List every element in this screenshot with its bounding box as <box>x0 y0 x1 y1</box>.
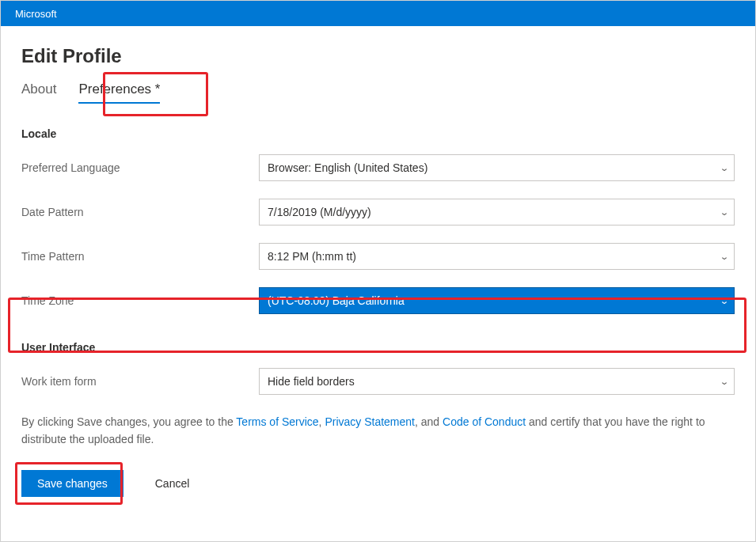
cancel-button[interactable]: Cancel <box>139 470 206 497</box>
tab-preferences[interactable]: Preferences * <box>78 81 160 104</box>
row-work-item-form: Work item form Hide field borders ⌄ <box>21 368 735 395</box>
link-privacy-statement[interactable]: Privacy Statement <box>325 415 415 428</box>
agree-prefix: By clicking Save changes, you agree to t… <box>21 415 236 428</box>
row-time-pattern: Time Pattern 8:12 PM (h:mm tt) ⌄ <box>21 243 735 270</box>
agreement-text: By clicking Save changes, you agree to t… <box>21 414 735 448</box>
topbar: Microsoft <box>1 1 755 26</box>
agree-comma2: , and <box>415 415 443 428</box>
row-date-pattern: Date Pattern 7/18/2019 (M/d/yyyy) ⌄ <box>21 199 735 226</box>
label-time-pattern: Time Pattern <box>21 250 259 263</box>
row-preferred-language: Preferred Language Browser: English (Uni… <box>21 154 735 181</box>
section-heading-ui: User Interface <box>21 341 735 354</box>
select-time-zone[interactable]: (UTC-08:00) Baja California ⌄ <box>259 287 735 314</box>
save-changes-button[interactable]: Save changes <box>21 470 123 497</box>
chevron-down-icon: ⌄ <box>720 377 729 387</box>
label-work-item-form: Work item form <box>21 375 259 388</box>
select-work-item-form[interactable]: Hide field borders ⌄ <box>259 368 735 395</box>
select-date-pattern[interactable]: 7/18/2019 (M/d/yyyy) ⌄ <box>259 199 735 226</box>
tab-about[interactable]: About <box>21 81 56 104</box>
link-terms-of-service[interactable]: Terms of Service <box>236 415 318 428</box>
button-row: Save changes Cancel <box>21 470 735 497</box>
content-area: Edit Profile About Preferences * Locale … <box>1 26 755 497</box>
chevron-down-icon: ⌄ <box>720 296 729 306</box>
brand-label: Microsoft <box>15 8 57 20</box>
select-work-item-form-value: Hide field borders <box>268 375 355 388</box>
label-preferred-language: Preferred Language <box>21 161 259 174</box>
select-preferred-language[interactable]: Browser: English (United States) ⌄ <box>259 154 735 181</box>
row-time-zone: Time Zone (UTC-08:00) Baja California ⌄ <box>21 287 735 314</box>
chevron-down-icon: ⌄ <box>720 207 729 218</box>
label-time-zone: Time Zone <box>21 294 259 307</box>
tab-row: About Preferences * <box>21 81 735 104</box>
select-time-pattern[interactable]: 8:12 PM (h:mm tt) ⌄ <box>259 243 735 270</box>
select-preferred-language-value: Browser: English (United States) <box>268 161 427 174</box>
page-title: Edit Profile <box>21 45 735 67</box>
link-code-of-conduct[interactable]: Code of Conduct <box>443 415 526 428</box>
section-heading-locale: Locale <box>21 127 735 140</box>
chevron-down-icon: ⌄ <box>720 252 729 262</box>
chevron-down-icon: ⌄ <box>720 163 729 173</box>
select-time-pattern-value: 8:12 PM (h:mm tt) <box>268 250 356 263</box>
label-date-pattern: Date Pattern <box>21 206 259 218</box>
select-date-pattern-value: 7/18/2019 (M/d/yyyy) <box>268 206 371 218</box>
select-time-zone-value: (UTC-08:00) Baja California <box>268 294 405 307</box>
